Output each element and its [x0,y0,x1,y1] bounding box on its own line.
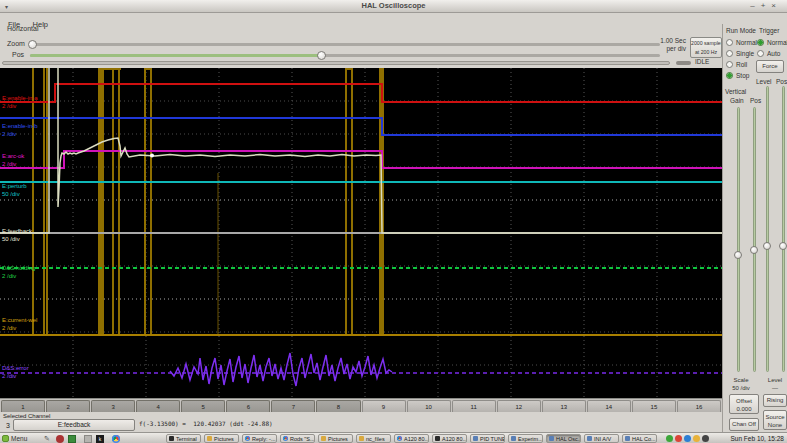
terminal-icon [435,436,440,441]
terminal-icon [169,436,174,441]
taskbar-window-button[interactable]: A120 80... [432,434,467,443]
window-icon [625,436,630,441]
channel-scale: 50 /div [2,236,32,244]
channel-name: E:arc-ok [2,153,24,161]
taskbar-window-button[interactable]: Pictures [318,434,353,443]
channel-label: D&S:error2 /div [2,365,29,380]
window-controls[interactable]: –+× [750,1,782,10]
tray-icon[interactable] [675,435,682,442]
maximize-icon[interactable]: + [761,1,772,10]
radio-icon[interactable] [726,72,733,79]
browser-launcher-icon[interactable] [56,435,64,443]
folder-icon [321,436,326,441]
channel-tab-6[interactable]: 6 [226,400,270,412]
taskbar-window-button[interactable]: Reply: -... [242,434,277,443]
channel-tab-16[interactable]: 16 [677,400,721,412]
taskbar-window-button[interactable]: Terminal [166,434,201,443]
trigger-level-handle[interactable] [763,242,771,250]
channel-scale: 2 /div [2,325,37,333]
trigger-option-normal[interactable]: Normal [757,37,787,48]
terminal-launcher-icon[interactable] [68,435,76,443]
channel-tab-12[interactable]: 12 [497,400,541,412]
trace-enable-in-a [0,84,722,102]
run-mode-option-single[interactable]: Single [726,48,757,59]
run-mode-option-normal[interactable]: Normal [726,37,757,48]
channel-tab-4[interactable]: 4 [136,400,180,412]
offset-button[interactable]: Offset 0.000 [729,394,759,414]
channel-tab-10[interactable]: 10 [407,400,451,412]
record-progress-handle[interactable] [676,61,691,65]
taskbar-window-button[interactable]: PID TUNE [470,434,505,443]
rising-button[interactable]: Rising [763,394,787,407]
taskbar-window-title: Reply: -... [252,436,276,442]
channel-name: E:enable-in-a [2,95,38,103]
oscilloscope-screen[interactable]: E:enable-in-a2 /divE:enable-in-b2 /divE:… [0,68,722,398]
pencil-launcher-icon[interactable]: ✎ [44,435,52,443]
trigger-pos-label: Pos [776,78,787,85]
close-icon[interactable]: × [771,1,782,10]
channel-tab-15[interactable]: 15 [632,400,676,412]
title-bar[interactable]: ▾ HAL Oscilloscope –+× [0,0,787,13]
zoom-slider[interactable] [30,43,660,46]
run-mode-option-roll[interactable]: Roll [726,59,757,70]
channel-tab-13[interactable]: 13 [542,400,586,412]
radio-icon[interactable] [726,50,733,57]
minimize-icon[interactable]: – [750,1,760,10]
vertical-pos-handle[interactable] [750,246,758,254]
channel-tab-8[interactable]: 8 [316,400,360,412]
screenshot-launcher-icon[interactable]: k [96,435,104,443]
tray-icon[interactable] [666,435,673,442]
vertical-gain-handle[interactable] [734,251,742,259]
menu-button[interactable]: Menu [2,434,27,443]
tray-icon[interactable] [684,435,691,442]
taskbar-window-button[interactable]: nc_files [356,434,391,443]
taskbar-window-button[interactable]: Pictures [204,434,239,443]
channel-tab-2[interactable]: 2 [46,400,90,412]
radio-icon[interactable] [757,39,764,46]
trigger-pos-handle[interactable] [779,242,787,250]
tray-icon[interactable] [702,435,709,442]
taskbar-window-button[interactable]: HAL Osc... [546,434,581,443]
run-mode-label: Run Mode [726,27,756,34]
channel-name: D&S:error [2,365,29,373]
channel-name: E:feedback [2,228,32,236]
chrome-launcher-icon[interactable] [112,435,120,443]
samples-rate-button[interactable]: 2000 samples at 200 Hz [690,37,722,58]
trigger-source-button[interactable]: Source None [763,410,787,430]
channel-tab-1[interactable]: 1 [1,400,45,412]
channel-tab-3[interactable]: 3 [91,400,135,412]
radio-icon[interactable] [726,61,733,68]
zoom-slider-handle[interactable] [28,40,37,49]
channel-tab-9[interactable]: 9 [362,400,406,412]
taskbar-window-button[interactable]: Experim... [508,434,543,443]
taskbar-window-button[interactable]: Rods "S... [280,434,315,443]
taskbar-clock: Sun Feb 10, 15:28 [731,435,785,442]
channel-label: E:arc-ok2 /div [2,153,24,168]
files-launcher-icon[interactable] [84,435,92,443]
force-button[interactable]: Force [756,60,784,73]
chan-off-button[interactable]: Chan Off [729,418,759,431]
taskbar-window-button[interactable]: A120 80... [394,434,429,443]
tray-icon[interactable] [693,435,700,442]
vertical-gain-slider[interactable] [737,107,740,372]
selected-channel-button[interactable]: E:feedback [13,419,135,431]
radio-icon[interactable] [726,39,733,46]
radio-icon[interactable] [757,50,764,57]
run-mode-option-stop[interactable]: Stop [726,70,757,81]
channel-tab-7[interactable]: 7 [271,400,315,412]
vertical-pos-slider[interactable] [753,107,756,372]
trigger-option-auto[interactable]: Auto [757,48,787,59]
trace-enable-in-b [0,118,722,135]
channel-tab-5[interactable]: 5 [181,400,225,412]
horizontal-section-label: Horizontal [7,25,39,32]
channel-tab-14[interactable]: 14 [587,400,631,412]
trigger-level-slider[interactable] [766,86,769,372]
radio-label: Stop [736,72,749,79]
pos-slider-handle[interactable] [317,51,326,60]
taskbar-window-button[interactable]: INI A/V [584,434,619,443]
trigger-pos-slider[interactable] [782,86,785,372]
record-progress-bar[interactable] [2,61,670,65]
taskbar-window-button[interactable]: HAL Co... [622,434,657,443]
channel-tab-11[interactable]: 11 [452,400,496,412]
pos-slider[interactable] [30,54,660,57]
